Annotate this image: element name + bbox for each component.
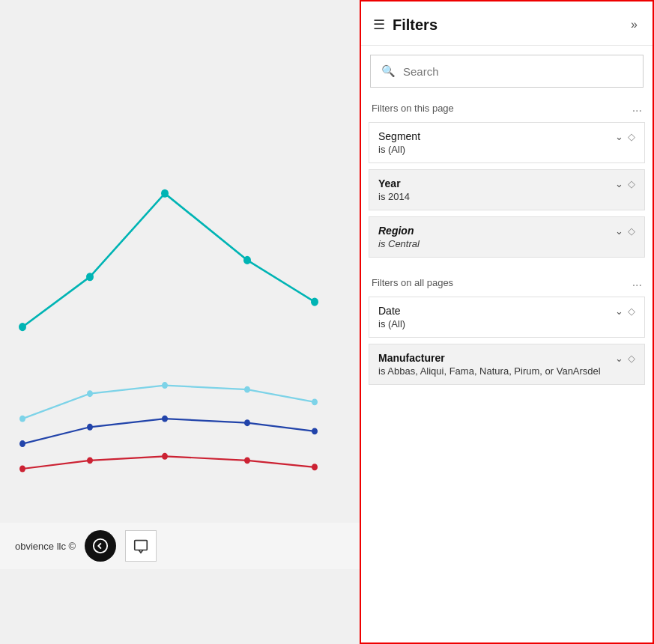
filter-item-segment-header: Segment ⌄ ◇ [378,130,635,142]
filter-item-year[interactable]: Year ⌄ ◇ is 2014 [369,169,645,210]
svg-rect-21 [135,541,148,550]
filter-manufacturer-value: is Abbas, Aliqui, Fama, Natura, Pirum, o… [378,365,635,377]
back-button[interactable] [85,530,116,562]
filter-item-region-header: Region ⌄ ◇ [378,225,635,237]
svg-point-17 [162,453,168,460]
manufacturer-eraser-icon[interactable]: ◇ [628,353,635,364]
svg-point-14 [312,428,318,434]
svg-point-7 [162,382,168,389]
filter-date-value: is (All) [378,318,635,329]
svg-point-18 [244,457,250,464]
svg-point-19 [312,464,318,470]
svg-point-12 [162,416,168,422]
branding-text: obvience llc © [15,541,76,552]
comment-button[interactable] [125,530,157,562]
filters-on-page-label: Filters on this page [372,103,454,114]
svg-point-13 [244,419,250,426]
filter-date-name: Date [378,305,401,317]
filters-title-group: ☰ Filters [373,16,437,34]
collapse-button[interactable]: » [628,15,641,34]
svg-point-5 [19,416,25,422]
filter-manufacturer-name: Manufacturer [378,352,445,364]
filter-item-segment[interactable]: Segment ⌄ ◇ is (All) [369,122,645,163]
search-bar[interactable]: 🔍 [370,55,644,88]
year-eraser-icon[interactable]: ◇ [628,178,635,189]
filter-segment-name: Segment [378,130,420,142]
filter-segment-value: is (All) [378,144,635,155]
region-eraser-icon[interactable]: ◇ [628,225,635,237]
segment-chevron-icon[interactable]: ⌄ [615,131,623,142]
filters-panel: ☰ Filters » 🔍 Filters on this page ... S… [360,0,654,644]
search-icon: 🔍 [381,64,396,78]
svg-point-0 [19,323,26,331]
svg-point-3 [243,256,251,264]
filter-date-controls: ⌄ ◇ [615,306,635,317]
left-panel: Sep-14 Oct-14 Nov-14 Dec-14 obvience llc… [0,0,360,644]
svg-point-15 [19,466,25,473]
filters-on-all-label: Filters on all pages [372,277,453,288]
segment-eraser-icon[interactable]: ◇ [628,131,635,142]
svg-point-11 [87,424,93,431]
filter-item-manufacturer[interactable]: Manufacturer ⌄ ◇ is Abbas, Aliqui, Fama,… [369,344,645,385]
filter-item-region[interactable]: Region ⌄ ◇ is Central [369,216,645,258]
svg-point-10 [19,440,25,447]
year-chevron-icon[interactable]: ⌄ [615,178,623,189]
spacer-1 [361,261,653,268]
svg-point-8 [244,386,250,393]
filter-year-value: is 2014 [378,191,635,202]
filter-region-name: Region [378,225,414,237]
filter-item-manufacturer-header: Manufacturer ⌄ ◇ [378,352,635,364]
filter-item-date-header: Date ⌄ ◇ [378,305,635,317]
svg-point-16 [87,457,93,464]
filters-on-all-header: Filters on all pages ... [361,268,653,294]
manufacturer-chevron-icon[interactable]: ⌄ [615,353,623,364]
date-eraser-icon[interactable]: ◇ [628,306,635,317]
branding-bar: obvience llc © [0,523,360,569]
filters-on-page-more[interactable]: ... [632,101,642,115]
filter-year-name: Year [378,177,401,189]
filters-on-all-more[interactable]: ... [632,276,642,289]
filter-region-value: is Central [378,238,635,249]
svg-point-2 [161,189,169,198]
filter-icon: ☰ [373,16,385,33]
svg-point-20 [94,539,107,553]
search-input[interactable] [403,65,632,78]
filter-item-year-header: Year ⌄ ◇ [378,177,635,189]
svg-point-9 [312,398,318,405]
filters-header: ☰ Filters » [361,1,653,46]
filter-manufacturer-controls: ⌄ ◇ [615,353,635,364]
svg-point-4 [311,298,318,306]
filter-segment-controls: ⌄ ◇ [615,131,635,142]
filter-item-date[interactable]: Date ⌄ ◇ is (All) [369,297,645,338]
filter-region-controls: ⌄ ◇ [615,225,635,237]
date-chevron-icon[interactable]: ⌄ [615,306,623,317]
region-chevron-icon[interactable]: ⌄ [615,225,623,237]
filters-on-page-header: Filters on this page ... [361,94,653,119]
svg-point-1 [86,273,94,281]
svg-point-6 [87,390,93,397]
filters-title: Filters [393,16,437,34]
filter-year-controls: ⌄ ◇ [615,178,635,189]
